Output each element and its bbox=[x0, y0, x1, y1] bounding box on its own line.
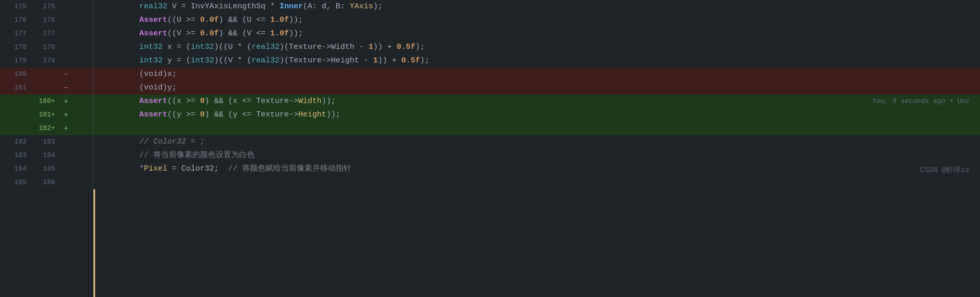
diff-marker bbox=[61, 177, 71, 188]
diff-marker: − bbox=[61, 69, 71, 80]
new-line-num: 183 bbox=[33, 137, 61, 148]
new-line-num: 185 bbox=[33, 164, 61, 175]
diff-marker: + bbox=[61, 96, 71, 107]
diff-marker bbox=[61, 28, 71, 40]
diff-marker bbox=[61, 163, 71, 175]
gutter-row-176: 176 176 bbox=[0, 14, 93, 27]
gutter-row-181-add: 181+ + bbox=[0, 108, 93, 122]
new-line-num: 177 bbox=[33, 29, 61, 40]
old-line-num: 182 bbox=[4, 137, 33, 148]
gutter-row-180-del: 180 − bbox=[0, 68, 93, 81]
code-line-180-delete: (void)x; bbox=[94, 68, 980, 81]
new-line-num: 178 bbox=[33, 42, 61, 53]
gutter-row-185: 185 186 bbox=[0, 176, 93, 189]
new-line-num: 184 bbox=[33, 150, 61, 161]
git-annotation: You, 6 seconds ago • Unc bbox=[872, 96, 970, 107]
gutter-row-184: 184 185 bbox=[0, 162, 93, 176]
new-line-num bbox=[33, 83, 61, 94]
new-line-num: 175 bbox=[33, 2, 61, 12]
diff-marker: + bbox=[61, 123, 71, 134]
old-line-num: 183 bbox=[4, 150, 33, 161]
old-line-num bbox=[4, 96, 33, 107]
gutter-row-183: 183 184 bbox=[0, 149, 93, 162]
gutter-row-175: 175 175 bbox=[0, 0, 93, 14]
line-numbers-gutter: 175 175 176 176 177 177 178 178 179 179 bbox=[0, 0, 94, 297]
gutter-row-182: 182 183 bbox=[0, 135, 93, 149]
code-content-area: real32 V = InvYAxisLengthSq * Inner(A: d… bbox=[94, 0, 980, 297]
code-line-181-add: Assert((y >= 0) && (y <= Texture->Height… bbox=[94, 108, 980, 122]
old-line-num bbox=[4, 123, 33, 134]
old-line-num: 185 bbox=[4, 177, 33, 188]
gutter-row-178: 178 178 bbox=[0, 41, 93, 54]
code-editor: 175 175 176 176 177 177 178 178 179 179 bbox=[0, 0, 980, 297]
gutter-row-177: 177 177 bbox=[0, 27, 93, 41]
old-line-num: 178 bbox=[4, 42, 33, 53]
diff-marker bbox=[61, 1, 71, 12]
diff-marker bbox=[61, 15, 71, 26]
new-line-num: 179 bbox=[33, 56, 61, 67]
gutter-row-179: 179 179 bbox=[0, 54, 93, 68]
gutter-row-181-del: 181 − bbox=[0, 81, 93, 95]
watermark-text: CSDN @虾球xz bbox=[920, 164, 970, 176]
code-line-184: *Pixel = Color32; // 将颜色赋给当前像素并移动指针 CSDN… bbox=[94, 162, 980, 176]
diff-marker bbox=[61, 136, 71, 148]
old-line-num: 176 bbox=[4, 15, 33, 26]
code-line-179: int32 y = (int32)((V * (real32)(Texture-… bbox=[94, 54, 980, 68]
old-line-num: 175 bbox=[4, 2, 33, 12]
old-line-num: 180 bbox=[4, 69, 33, 80]
gutter-row-180-add: 180+ + bbox=[0, 95, 93, 108]
diff-marker bbox=[61, 150, 71, 161]
old-line-num: 181 bbox=[4, 83, 33, 94]
new-line-num: 181+ bbox=[33, 110, 61, 121]
old-line-num: 179 bbox=[4, 56, 33, 67]
diff-marker bbox=[61, 55, 71, 67]
new-line-num: 182+ bbox=[33, 123, 61, 134]
new-line-num: 180+ bbox=[33, 96, 61, 107]
new-line-num: 186 bbox=[33, 177, 61, 188]
diff-marker bbox=[61, 42, 71, 53]
code-line-182-add bbox=[94, 122, 980, 135]
new-line-num bbox=[33, 69, 61, 80]
old-line-num bbox=[4, 110, 33, 121]
code-line-185 bbox=[94, 176, 980, 189]
diff-marker: + bbox=[61, 109, 71, 121]
diff-marker: − bbox=[61, 82, 71, 94]
new-line-num: 176 bbox=[33, 15, 61, 26]
old-line-num: 177 bbox=[4, 29, 33, 40]
gutter-row-182-add: 182+ + bbox=[0, 122, 93, 135]
code-text bbox=[102, 176, 107, 189]
old-line-num: 184 bbox=[4, 164, 33, 175]
